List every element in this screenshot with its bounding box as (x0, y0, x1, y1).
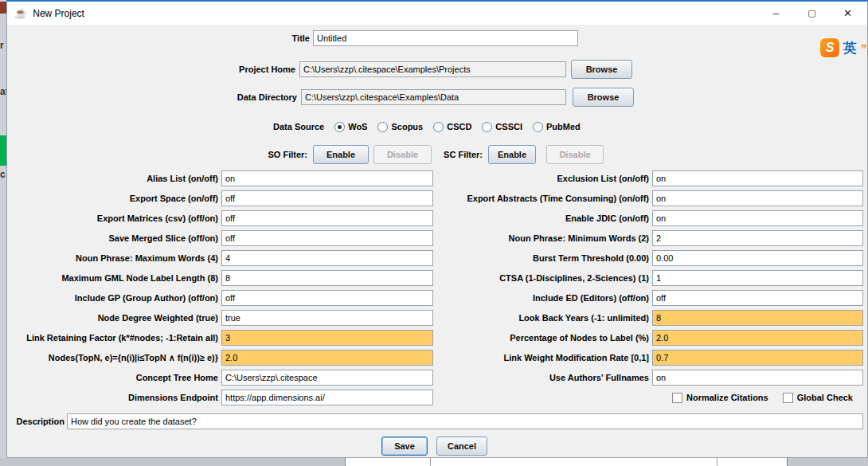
left-grid-field[interactable]: C:\Users\zzp\.citespace (221, 370, 433, 386)
description-label: Description (7, 413, 65, 429)
left-grid-label: Include GP (Group Author) (off/on) (2, 290, 218, 306)
right-grid-field[interactable]: on (652, 190, 863, 206)
data-source-row: Data Source WoS Scopus CSCD CSSCI PubMed (273, 119, 581, 135)
save-button[interactable]: Save (381, 437, 428, 456)
right-grid-field[interactable]: on (652, 210, 863, 226)
right-grid-label: Link Weight Modification Rate [0,1] (429, 350, 649, 366)
background-text-fragment: at (0, 86, 6, 97)
left-grid-field[interactable]: https://app.dimensions.ai/ (221, 390, 433, 405)
java-icon: ☕ (14, 8, 27, 18)
ime-decoration: ”, (861, 41, 868, 55)
minimize-button[interactable]: ─ (758, 2, 794, 25)
left-grid-field[interactable]: on (221, 170, 433, 186)
right-grid-field[interactable]: on (652, 170, 863, 186)
radio-scopus[interactable]: Scopus (377, 122, 423, 132)
left-grid-field[interactable]: 3 (221, 330, 433, 346)
so-filter-label: SO Filter: (228, 147, 307, 163)
window-controls: ─ ▢ ✕ (758, 2, 866, 25)
description-input[interactable]: How did you create the dataset? (67, 413, 863, 429)
radio-icon (533, 122, 543, 132)
normalize-citations-checkbox[interactable]: Normalize Citations (672, 393, 768, 403)
left-grid-label: Noun Phrase: Maximum Words (4) (2, 250, 218, 266)
ime-language-label[interactable]: 英 (843, 39, 857, 57)
radio-icon (377, 122, 388, 132)
right-grid-label: Enable JDIC (on/off) (429, 210, 649, 226)
sc-filter-disable-button: Disable (546, 145, 604, 164)
table-divider (717, 458, 717, 466)
right-grid-field[interactable]: off (652, 290, 863, 306)
so-filter-enable-button[interactable]: Enable (313, 145, 369, 164)
left-grid-label: Alias List (on/off) (2, 170, 218, 186)
left-grid-label: Export Matrices (csv) (off/on) (2, 210, 218, 226)
left-grid-label: Maximum GML Node Label Length (8) (2, 270, 218, 286)
right-grid-label: Exclusion List (on/off) (429, 170, 649, 186)
left-grid-label: Nodes(TopN, e)={n(i)|i≤TopN ∧ f(n(i))≥ e… (2, 350, 218, 366)
radio-pubmed[interactable]: PubMed (533, 122, 581, 132)
data-directory-input[interactable]: C:\Users\zzp\.citespace\Examples\Data (301, 89, 566, 105)
table-divider (430, 458, 431, 466)
left-grid-label: Concept Tree Home (2, 370, 218, 386)
radio-wos[interactable]: WoS (334, 122, 367, 132)
window-title: New Project (33, 8, 84, 19)
project-home-label: Project Home (127, 61, 295, 77)
checkbox-label: Global Check (797, 393, 853, 402)
title-label: Title (246, 30, 310, 46)
left-grid-field[interactable]: 2.0 (221, 350, 433, 366)
close-button[interactable]: ✕ (830, 2, 866, 25)
data-directory-label: Data Directory (127, 89, 297, 105)
left-grid-label: Save Merged Slice (off/on) (2, 230, 218, 246)
right-grid-label: Burst Term Threshold (0.00) (429, 250, 649, 266)
cancel-button[interactable]: Cancel (436, 437, 487, 456)
checkbox-icon (672, 393, 682, 403)
radio-label: WoS (348, 122, 367, 131)
checkbox-label: Normalize Citations (686, 393, 768, 402)
radio-label: CSCD (447, 122, 471, 131)
right-grid-label: Export Abstracts (Time Consuming) (on/of… (429, 190, 649, 206)
radio-cssci[interactable]: CSSCI (482, 122, 522, 132)
background-green-block (0, 135, 6, 166)
right-grid-field[interactable]: 0.7 (652, 350, 863, 366)
sogou-logo-icon[interactable]: S (820, 38, 839, 57)
project-home-browse-button[interactable]: Browse (571, 60, 632, 79)
left-grid-label: Dimensions Endpoint (2, 390, 218, 405)
right-grid-field[interactable]: 1 (652, 270, 863, 286)
radio-icon (482, 122, 492, 132)
left-grid-field[interactable]: off (221, 230, 433, 246)
titlebar[interactable]: ☕ New Project (7, 2, 867, 25)
data-source-label: Data Source (273, 122, 324, 131)
maximize-button[interactable]: ▢ (794, 2, 830, 25)
sc-filter-label: SC Filter: (403, 147, 483, 163)
left-grid-field[interactable]: 4 (221, 250, 433, 266)
left-grid-label: Node Degree Weighted (true) (2, 310, 218, 326)
data-directory-browse-button[interactable]: Browse (573, 88, 634, 107)
right-grid-label: Include ED (Editors) (off/on) (429, 290, 649, 306)
background-text-fragment: r (0, 40, 6, 51)
sc-filter-enable-button[interactable]: Enable (488, 145, 536, 164)
background-table-fragment (345, 458, 788, 466)
right-grid-label: Percentage of Nodes to Label (%) (429, 330, 649, 346)
right-grid-label: Use Authors' Fullnames (429, 370, 649, 386)
title-input[interactable]: Untitled (313, 30, 578, 46)
right-grid-label: CTSA (1-Disciplines, 2-Sciences) (1) (429, 270, 649, 286)
radio-label: CSSCI (495, 122, 522, 131)
left-grid-label: Link Retaining Factor (k*#nodes; -1:Reta… (2, 330, 218, 346)
right-grid-field[interactable]: 0.00 (652, 250, 863, 266)
radio-cscd[interactable]: CSCD (433, 122, 471, 132)
ime-indicator[interactable]: S 英 ”, (820, 38, 868, 57)
radio-icon (334, 122, 345, 132)
radio-label: Scopus (391, 122, 423, 131)
right-grid-field[interactable]: 2 (652, 230, 863, 246)
global-check-checkbox[interactable]: Global Check (783, 393, 853, 403)
right-grid-field[interactable]: 8 (652, 310, 863, 326)
right-grid-field[interactable]: on (652, 370, 863, 386)
left-grid-field[interactable]: true (221, 310, 433, 326)
checkbox-row: Normalize Citations Global Check (672, 390, 853, 405)
right-grid-field[interactable]: 2.0 (652, 330, 863, 346)
left-grid-label: Export Space (on/off) (2, 190, 218, 206)
checkbox-icon (783, 393, 793, 403)
project-home-input[interactable]: C:\Users\zzp\.citespace\Examples\Project… (299, 61, 566, 77)
left-grid-field[interactable]: off (221, 290, 433, 306)
left-grid-field[interactable]: off (221, 210, 433, 226)
left-grid-field[interactable]: 8 (221, 270, 433, 286)
left-grid-field[interactable]: off (221, 190, 433, 206)
